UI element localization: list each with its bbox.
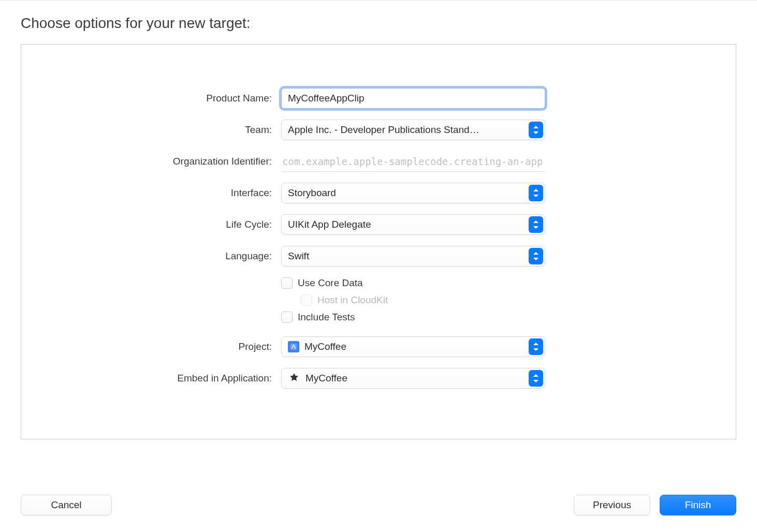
embed-app-value: MyCoffee: [305, 373, 538, 384]
language-value: Swift: [288, 250, 538, 262]
label-org-identifier: Organization Identifier:: [109, 156, 281, 167]
chevron-up-down-icon: [529, 122, 543, 138]
chevron-up-down-icon: [529, 216, 543, 233]
options-form: Product Name: Team: Apple Inc. - Develop…: [109, 88, 640, 389]
footer-button-bar: Cancel Previous Finish: [21, 495, 736, 515]
language-popup[interactable]: Swift: [281, 246, 545, 267]
cancel-button[interactable]: Cancel: [21, 495, 112, 515]
xcode-project-icon: [288, 341, 299, 352]
org-identifier-field: com.example.apple-samplecode.creating-an…: [281, 151, 545, 172]
product-name-field[interactable]: [281, 88, 545, 109]
row-embed-app: Embed in Application: MyCoffee: [109, 368, 640, 389]
embed-app-popup[interactable]: MyCoffee: [281, 368, 545, 389]
life-cycle-value: UIKit App Delegate: [288, 219, 538, 230]
previous-button[interactable]: Previous: [574, 495, 650, 515]
host-cloudkit-checkbox-row: Host in CloudKit: [281, 294, 388, 306]
life-cycle-popup[interactable]: UIKit App Delegate: [281, 214, 545, 235]
chevron-up-down-icon: [529, 370, 543, 387]
interface-popup[interactable]: Storyboard: [281, 183, 545, 203]
label-project: Project:: [109, 341, 281, 352]
label-language: Language:: [109, 250, 281, 262]
project-value: MyCoffee: [304, 341, 538, 352]
label-product-name: Product Name:: [109, 93, 281, 104]
label-life-cycle: Life Cycle:: [109, 219, 281, 230]
new-target-options-sheet: Choose options for your new target: Prod…: [0, 0, 757, 532]
row-team: Team: Apple Inc. - Developer Publication…: [109, 120, 640, 140]
label-team: Team:: [109, 124, 281, 136]
use-core-data-checkbox-row[interactable]: Use Core Data: [281, 277, 388, 289]
team-value: Apple Inc. - Developer Publications Stan…: [288, 124, 538, 136]
row-org-identifier: Organization Identifier: com.example.app…: [109, 151, 640, 172]
row-language: Language: Swift: [109, 246, 640, 267]
page-title: Choose options for your new target:: [0, 1, 757, 44]
finish-button[interactable]: Finish: [660, 495, 736, 515]
app-icon: [288, 372, 300, 385]
project-popup[interactable]: MyCoffee: [281, 336, 545, 357]
label-embed-app: Embed in Application:: [109, 373, 281, 384]
chevron-up-down-icon: [529, 338, 543, 355]
row-product-name: Product Name:: [109, 88, 640, 109]
row-project: Project: MyCoffee: [109, 336, 640, 357]
checkbox-disabled-icon: [301, 294, 312, 306]
host-cloudkit-label: Host in CloudKit: [317, 294, 388, 306]
label-interface: Interface:: [109, 187, 281, 199]
interface-value: Storyboard: [288, 187, 538, 199]
options-panel: Product Name: Team: Apple Inc. - Develop…: [21, 44, 736, 439]
row-life-cycle: Life Cycle: UIKit App Delegate: [109, 214, 640, 235]
checkbox-unchecked-icon: [281, 277, 293, 289]
checkbox-unchecked-icon: [281, 312, 293, 323]
row-checkboxes: Use Core Data Host in CloudKit Include T…: [109, 277, 640, 323]
include-tests-checkbox-row[interactable]: Include Tests: [281, 312, 388, 323]
chevron-up-down-icon: [529, 248, 543, 264]
chevron-up-down-icon: [529, 185, 543, 201]
team-popup[interactable]: Apple Inc. - Developer Publications Stan…: [281, 120, 545, 140]
include-tests-label: Include Tests: [298, 312, 355, 323]
use-core-data-label: Use Core Data: [298, 277, 363, 289]
row-interface: Interface: Storyboard: [109, 183, 640, 203]
